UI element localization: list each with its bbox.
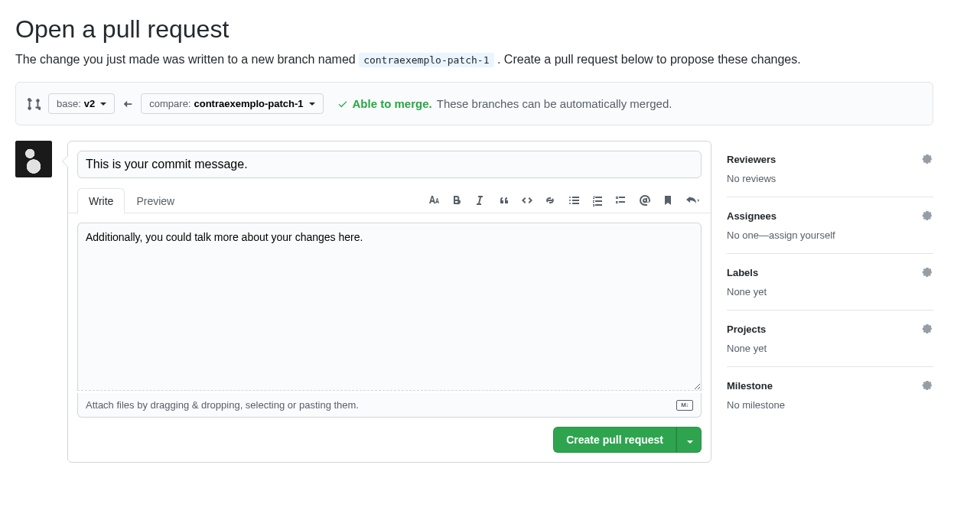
assignees-prefix: No one—: [727, 229, 769, 241]
tab-write[interactable]: Write: [77, 188, 125, 213]
merge-detail-text: These branches can be automatically merg…: [437, 97, 672, 110]
link-icon[interactable]: [544, 194, 556, 206]
merge-able-text: Able to merge.: [353, 97, 432, 110]
mention-icon[interactable]: [639, 194, 651, 206]
git-compare-icon: [27, 97, 41, 111]
reply-icon[interactable]: [685, 194, 702, 206]
branch-compare-bar: base: v2 compare: contraexemplo-patch-1 …: [15, 82, 933, 125]
labels-title: Labels: [727, 267, 758, 278]
subtitle-before: The change you just made was written to …: [15, 53, 359, 66]
tab-preview[interactable]: Preview: [125, 188, 186, 213]
code-icon[interactable]: [521, 194, 533, 206]
gear-icon[interactable]: [921, 379, 933, 392]
milestone-section: Milestone No milestone: [727, 367, 933, 423]
base-branch-select[interactable]: base: v2: [48, 93, 115, 114]
milestone-value: No milestone: [727, 399, 933, 411]
gear-icon[interactable]: [921, 323, 933, 335]
bookmark-icon[interactable]: [662, 194, 674, 206]
reviewers-value: No reviews: [727, 173, 933, 184]
unordered-list-icon[interactable]: [568, 194, 581, 206]
compare-branch-select[interactable]: compare: contraexemplo-patch-1: [141, 93, 323, 114]
projects-title: Projects: [727, 324, 766, 335]
projects-value: None yet: [727, 343, 933, 354]
compare-branch-label: compare:: [149, 98, 190, 109]
markdown-toolbar: [428, 194, 702, 206]
create-pr-button[interactable]: Create pull request: [553, 427, 676, 453]
editor-tabnav: Write Preview: [68, 187, 711, 213]
assignees-section: Assignees No one—assign yourself: [727, 197, 933, 254]
task-list-icon[interactable]: [614, 194, 627, 206]
compare-branch-value: contraexemplo-patch-1: [194, 98, 303, 109]
italic-icon[interactable]: [474, 194, 486, 206]
assignees-title: Assignees: [727, 210, 777, 222]
reviewers-section: Reviewers No reviews: [727, 141, 933, 197]
avatar: [15, 141, 52, 177]
ordered-list-icon[interactable]: [591, 194, 604, 206]
attach-hint-text: Attach files by dragging & dropping, sel…: [86, 399, 359, 411]
page-title: Open a pull request: [15, 15, 933, 44]
projects-section: Projects None yet: [727, 311, 933, 367]
bold-icon[interactable]: [451, 194, 463, 206]
reviewers-title: Reviewers: [727, 154, 776, 165]
branch-name-code: contraexemplo-patch-1: [359, 53, 493, 67]
form-actions: Create pull request: [68, 427, 711, 462]
base-branch-label: base:: [57, 98, 81, 109]
chevron-down-icon: [309, 102, 315, 106]
create-pr-dropdown[interactable]: [676, 427, 702, 453]
gear-icon[interactable]: [921, 210, 933, 222]
assignees-value: No one—assign yourself: [727, 229, 933, 241]
subtitle-after: . Create a pull request below to propose…: [497, 53, 801, 66]
pr-title-input[interactable]: [77, 151, 702, 178]
quote-icon[interactable]: [498, 194, 510, 206]
editor-body: Attach files by dragging & dropping, sel…: [68, 213, 711, 427]
pr-body-input[interactable]: [77, 223, 702, 391]
check-icon: [337, 99, 348, 109]
pr-sidebar: Reviewers No reviews Assignees No one—as…: [727, 141, 933, 423]
arrow-left-icon: [122, 99, 133, 109]
gear-icon[interactable]: [921, 153, 933, 165]
pr-form: Write Preview: [67, 141, 711, 463]
chevron-down-icon: [687, 441, 693, 444]
page-subtitle: The change you just made was written to …: [15, 53, 933, 67]
assign-yourself-link[interactable]: assign yourself: [769, 229, 835, 241]
markdown-icon[interactable]: M↓: [676, 400, 693, 411]
labels-section: Labels None yet: [727, 254, 933, 311]
base-branch-value: v2: [84, 98, 95, 109]
gear-icon[interactable]: [921, 266, 933, 278]
chevron-down-icon: [100, 102, 106, 106]
attach-hint-bar[interactable]: Attach files by dragging & dropping, sel…: [77, 393, 702, 418]
labels-value: None yet: [727, 286, 933, 298]
text-size-icon[interactable]: [428, 194, 440, 206]
milestone-title: Milestone: [727, 380, 773, 392]
merge-status: Able to merge. These branches can be aut…: [337, 97, 672, 110]
